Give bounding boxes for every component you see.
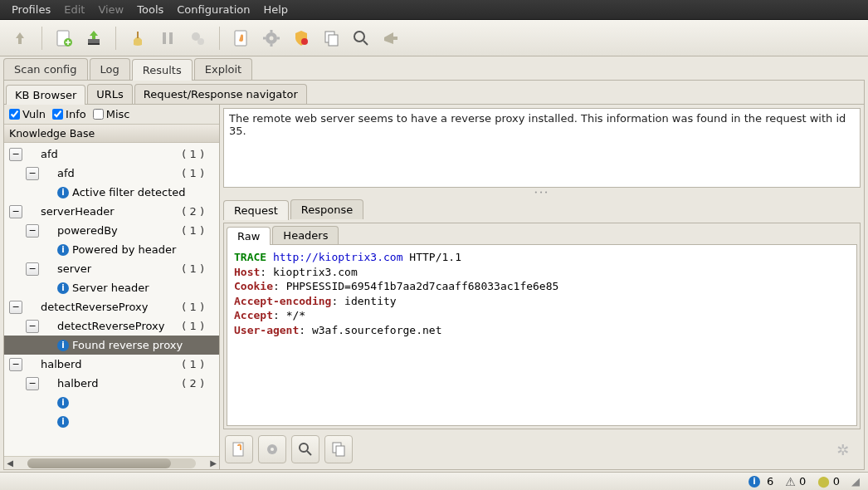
toolbar-new-icon[interactable] bbox=[51, 25, 77, 51]
tree-leaf-halberd-2[interactable]: i bbox=[4, 412, 219, 431]
filter-info[interactable]: Info bbox=[52, 108, 86, 120]
main-tabs: Scan config Log Results Exploit bbox=[0, 56, 868, 80]
tree-leaf-halberd-1[interactable]: i bbox=[4, 393, 219, 412]
spinner-icon: ✲ bbox=[836, 441, 849, 458]
svg-rect-21 bbox=[393, 37, 397, 40]
toolbar-hand-paper-icon[interactable] bbox=[228, 25, 255, 51]
toolbar bbox=[0, 20, 868, 56]
menu-view[interactable]: View bbox=[91, 2, 130, 17]
action-bar: ✲ bbox=[223, 433, 861, 466]
toolbar-zoom-icon[interactable] bbox=[348, 25, 374, 51]
tree-leaf-active-filter[interactable]: iActive filter detected bbox=[4, 183, 219, 202]
tree-node-poweredby[interactable]: −poweredBy( 1 ) bbox=[4, 221, 219, 240]
tree-node-halberd-child[interactable]: −halberd( 2 ) bbox=[4, 374, 219, 393]
tree-leaf-found-reverse-proxy[interactable]: iFound reverse proxy bbox=[4, 336, 219, 355]
toolbar-clear-icon[interactable] bbox=[124, 25, 151, 51]
splitter-handle[interactable]: ••• bbox=[223, 191, 861, 194]
svg-point-25 bbox=[300, 443, 308, 452]
menu-profiles[interactable]: Profiles bbox=[5, 2, 57, 17]
toolbar-megaphone-icon[interactable] bbox=[378, 25, 404, 51]
tree-node-detectreverseproxy-child[interactable]: −detectReverseProxy( 1 ) bbox=[4, 316, 219, 336]
toolbar-gears-small-icon[interactable] bbox=[184, 25, 211, 51]
toolbar-shield-icon[interactable] bbox=[288, 25, 315, 51]
action-gear-icon[interactable] bbox=[258, 435, 286, 463]
collapse-icon[interactable]: − bbox=[26, 167, 39, 180]
collapse-icon[interactable]: − bbox=[9, 148, 22, 161]
vuln-checkbox[interactable] bbox=[9, 109, 20, 120]
tree-node-halberd[interactable]: −halberd( 1 ) bbox=[4, 355, 219, 374]
info-icon: i bbox=[57, 397, 69, 409]
menu-configuration[interactable]: Configuration bbox=[170, 2, 256, 17]
info-icon: i bbox=[57, 282, 69, 294]
toolbar-gear-icon[interactable] bbox=[258, 25, 285, 51]
svg-rect-4 bbox=[137, 32, 139, 38]
collapse-icon[interactable]: − bbox=[26, 377, 39, 390]
toolbar-copy-icon[interactable] bbox=[318, 25, 344, 51]
collapse-icon[interactable]: − bbox=[26, 320, 39, 333]
info-checkbox[interactable] bbox=[52, 109, 63, 120]
collapse-icon[interactable]: − bbox=[9, 205, 22, 218]
tree-node-server[interactable]: −server( 1 ) bbox=[4, 259, 219, 278]
right-panel: The remote web server seems to have a re… bbox=[220, 105, 864, 469]
svg-point-24 bbox=[271, 448, 274, 451]
tab-raw[interactable]: Raw bbox=[227, 227, 271, 245]
info-icon: i bbox=[57, 187, 69, 198]
description-box: The remote web server seems to have a re… bbox=[223, 108, 861, 188]
info-icon: i bbox=[57, 244, 69, 256]
tab-log[interactable]: Log bbox=[90, 58, 130, 80]
menubar: Profiles Edit View Tools Configuration H… bbox=[0, 0, 868, 20]
status-shell: ⬤0 bbox=[817, 475, 840, 488]
action-zoom-icon[interactable] bbox=[291, 435, 319, 463]
filter-misc[interactable]: Misc bbox=[93, 108, 130, 120]
tree-hscrollbar[interactable]: ◀ ▶ bbox=[4, 456, 219, 469]
svg-rect-5 bbox=[163, 32, 166, 44]
misc-checkbox[interactable] bbox=[93, 109, 104, 120]
menu-tools[interactable]: Tools bbox=[130, 2, 170, 17]
scrollbar-thumb[interactable] bbox=[27, 458, 171, 468]
tree-node-detectreverseproxy[interactable]: −detectReverseProxy( 1 ) bbox=[4, 297, 219, 316]
collapse-icon[interactable]: − bbox=[26, 262, 39, 276]
collapse-icon[interactable]: − bbox=[9, 301, 22, 314]
svg-point-16 bbox=[301, 38, 308, 45]
toolbar-pause-icon[interactable] bbox=[154, 25, 181, 51]
subtab-rr-nav[interactable]: Request/Response navigator bbox=[134, 84, 307, 104]
kb-header: Knowledge Base bbox=[4, 124, 219, 143]
warning-icon: ⚠ bbox=[785, 475, 796, 488]
tab-exploit[interactable]: Exploit bbox=[194, 58, 252, 80]
status-warn: ⚠0 bbox=[785, 475, 806, 488]
toolbar-save-icon[interactable] bbox=[80, 25, 107, 51]
menu-edit[interactable]: Edit bbox=[57, 2, 91, 17]
tab-results[interactable]: Results bbox=[132, 59, 193, 81]
svg-line-20 bbox=[363, 41, 368, 45]
tree-node-afd[interactable]: −afd( 1 ) bbox=[4, 145, 219, 164]
raw-request-body[interactable]: TRACE http://kioptrix3.com HTTP/1.1 Host… bbox=[227, 244, 857, 426]
status-resize-grip-icon[interactable]: ◢ bbox=[851, 475, 860, 488]
svg-point-11 bbox=[270, 36, 274, 40]
tab-response[interactable]: Response bbox=[290, 199, 363, 219]
tree-leaf-server[interactable]: iServer header bbox=[4, 278, 219, 297]
collapse-icon[interactable]: − bbox=[9, 358, 22, 371]
tab-scan-config[interactable]: Scan config bbox=[3, 58, 88, 80]
collapse-icon[interactable]: − bbox=[26, 224, 39, 238]
tab-request[interactable]: Request bbox=[223, 200, 289, 220]
tree-node-serverheader[interactable]: −serverHeader( 2 ) bbox=[4, 202, 219, 221]
filter-vuln[interactable]: Vuln bbox=[9, 108, 46, 120]
menu-help[interactable]: Help bbox=[256, 2, 295, 17]
svg-rect-28 bbox=[336, 446, 344, 456]
subtab-urls[interactable]: URLs bbox=[87, 84, 133, 104]
action-send-icon[interactable] bbox=[225, 435, 253, 463]
tree-leaf-poweredby[interactable]: iPowered by header bbox=[4, 240, 219, 259]
shell-icon: ⬤ bbox=[817, 475, 830, 488]
tree-node-afd-child[interactable]: −afd( 1 ) bbox=[4, 164, 219, 183]
tab-headers[interactable]: Headers bbox=[272, 226, 339, 244]
rawhdr-tabs: Raw Headers bbox=[224, 223, 860, 244]
svg-point-19 bbox=[354, 32, 364, 42]
subtab-kb-browser[interactable]: KB Browser bbox=[6, 85, 85, 105]
svg-line-26 bbox=[307, 451, 311, 455]
info-icon: i bbox=[57, 340, 69, 351]
scroll-left-icon[interactable]: ◀ bbox=[4, 458, 16, 468]
toolbar-arrow-up-icon[interactable] bbox=[7, 25, 33, 51]
scroll-right-icon[interactable]: ▶ bbox=[207, 458, 219, 468]
action-copy-icon[interactable] bbox=[324, 435, 353, 463]
sub-tabs: KB Browser URLs Request/Response navigat… bbox=[4, 81, 864, 104]
